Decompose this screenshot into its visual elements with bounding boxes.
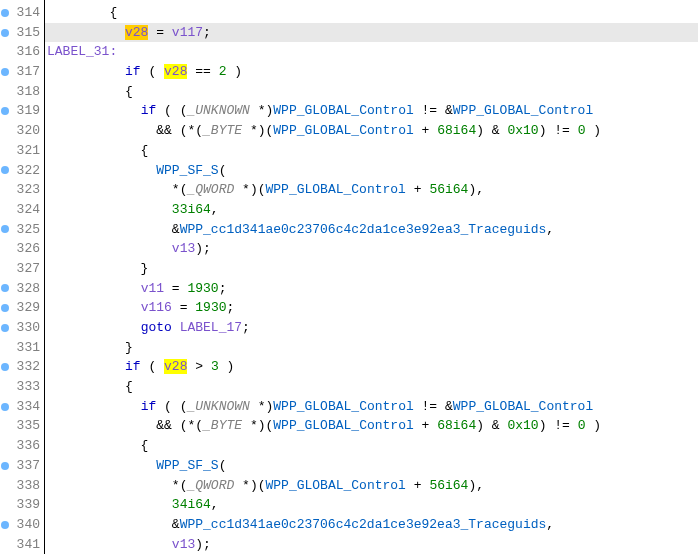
breakpoint-marker[interactable] <box>0 357 10 377</box>
code-line[interactable]: *(_QWORD *)(WPP_GLOBAL_Control + 56i64), <box>45 180 698 200</box>
code-line[interactable]: &WPP_cc1d341ae0c23706c4c2da1ce3e92ea3_Tr… <box>45 220 698 240</box>
breakpoint-marker[interactable] <box>0 456 10 476</box>
breakpoint-marker[interactable] <box>0 397 10 417</box>
code-line[interactable]: { <box>45 141 698 161</box>
code-line[interactable]: v28 = v117; <box>45 23 698 43</box>
line-number[interactable]: 333 <box>10 377 40 397</box>
breakpoint-marker[interactable] <box>0 42 10 62</box>
breakpoint-marker[interactable] <box>0 101 10 121</box>
code-line[interactable]: if ( v28 > 3 ) <box>45 357 698 377</box>
var-v28[interactable]: v28 <box>125 25 148 40</box>
code-line[interactable]: if ( v28 == 2 ) <box>45 62 698 82</box>
breakpoint-marker[interactable] <box>0 436 10 456</box>
line-number[interactable]: 329 <box>10 298 40 318</box>
code-line[interactable]: LABEL_31: <box>45 42 698 62</box>
sym-wgc[interactable]: WPP_GLOBAL_Control <box>273 123 413 138</box>
code-line[interactable]: v13); <box>45 535 698 555</box>
line-number[interactable]: 341 <box>10 535 40 555</box>
code-line[interactable]: { <box>45 436 698 456</box>
breakpoint-marker[interactable] <box>0 200 10 220</box>
sym-wgc[interactable]: WPP_GLOBAL_Control <box>266 182 406 197</box>
breakpoint-marker[interactable] <box>0 141 10 161</box>
line-number[interactable]: 323 <box>10 180 40 200</box>
breakpoint-marker[interactable] <box>0 239 10 259</box>
code-area[interactable]: { v28 = v117; LABEL_31: if ( v28 == 2 ) … <box>45 0 698 554</box>
label-17[interactable]: LABEL_17 <box>180 320 242 335</box>
line-number-gutter[interactable]: 3143153163173183193203213223233243253263… <box>10 0 44 554</box>
line-number[interactable]: 335 <box>10 416 40 436</box>
line-number[interactable]: 317 <box>10 62 40 82</box>
sym-trace[interactable]: WPP_cc1d341ae0c23706c4c2da1ce3e92ea3_Tra… <box>180 222 547 237</box>
line-number[interactable]: 331 <box>10 338 40 358</box>
sym-wsfs[interactable]: WPP_SF_S <box>156 458 218 473</box>
line-number[interactable]: 321 <box>10 141 40 161</box>
code-line[interactable]: { <box>45 3 698 23</box>
breakpoint-marker[interactable] <box>0 338 10 358</box>
code-line[interactable]: } <box>45 259 698 279</box>
line-number[interactable]: 340 <box>10 515 40 535</box>
line-number[interactable]: 320 <box>10 121 40 141</box>
code-line[interactable]: goto LABEL_17; <box>45 318 698 338</box>
breakpoint-marker[interactable] <box>0 535 10 555</box>
code-line[interactable]: { <box>45 82 698 102</box>
line-number[interactable]: 332 <box>10 357 40 377</box>
line-number[interactable]: 334 <box>10 397 40 417</box>
line-number[interactable]: 322 <box>10 161 40 181</box>
line-number[interactable]: 338 <box>10 476 40 496</box>
breakpoint-marker[interactable] <box>0 220 10 240</box>
breakpoint-marker[interactable] <box>0 318 10 338</box>
sym-wgc[interactable]: WPP_GLOBAL_Control <box>273 399 413 414</box>
code-line[interactable]: v13); <box>45 239 698 259</box>
code-line[interactable]: 34i64, <box>45 495 698 515</box>
var-v117[interactable]: v117 <box>172 25 203 40</box>
breakpoint-marker[interactable] <box>0 3 10 23</box>
sym-wgc[interactable]: WPP_GLOBAL_Control <box>266 478 406 493</box>
line-number[interactable]: 316 <box>10 42 40 62</box>
line-number[interactable]: 327 <box>10 259 40 279</box>
sym-wgc[interactable]: WPP_GLOBAL_Control <box>273 418 413 433</box>
code-line[interactable]: { <box>45 377 698 397</box>
breakpoint-marker[interactable] <box>0 495 10 515</box>
var-v28[interactable]: v28 <box>164 64 187 79</box>
code-line[interactable]: && (*(_BYTE *)(WPP_GLOBAL_Control + 68i6… <box>45 121 698 141</box>
code-line[interactable]: WPP_SF_S( <box>45 161 698 181</box>
line-number[interactable]: 337 <box>10 456 40 476</box>
var-v116[interactable]: v116 <box>141 300 172 315</box>
line-number[interactable]: 336 <box>10 436 40 456</box>
breakpoint-marker[interactable] <box>0 23 10 43</box>
breakpoint-marker[interactable] <box>0 161 10 181</box>
breakpoint-marker[interactable] <box>0 180 10 200</box>
line-number[interactable]: 330 <box>10 318 40 338</box>
breakpoint-marker[interactable] <box>0 279 10 299</box>
line-number[interactable]: 326 <box>10 239 40 259</box>
breakpoint-marker[interactable] <box>0 515 10 535</box>
breakpoint-marker[interactable] <box>0 82 10 102</box>
line-number[interactable]: 328 <box>10 279 40 299</box>
line-number[interactable]: 318 <box>10 82 40 102</box>
sym-wgc[interactable]: WPP_GLOBAL_Control <box>273 103 413 118</box>
line-number[interactable]: 339 <box>10 495 40 515</box>
breakpoint-marker[interactable] <box>0 298 10 318</box>
code-line[interactable]: } <box>45 338 698 358</box>
line-number[interactable]: 324 <box>10 200 40 220</box>
sym-wsfs[interactable]: WPP_SF_S <box>156 163 218 178</box>
label-31[interactable]: LABEL_31: <box>47 44 117 59</box>
code-line[interactable]: &WPP_cc1d341ae0c23706c4c2da1ce3e92ea3_Tr… <box>45 515 698 535</box>
code-line[interactable]: *(_QWORD *)(WPP_GLOBAL_Control + 56i64), <box>45 476 698 496</box>
code-line[interactable]: if ( (_UNKNOWN *)WPP_GLOBAL_Control != &… <box>45 397 698 417</box>
sym-wgc[interactable]: WPP_GLOBAL_Control <box>453 399 593 414</box>
breakpoint-marker[interactable] <box>0 121 10 141</box>
code-line[interactable]: v116 = 1930; <box>45 298 698 318</box>
var-v28[interactable]: v28 <box>164 359 187 374</box>
var-v13[interactable]: v13 <box>172 537 195 552</box>
breakpoint-marker[interactable] <box>0 416 10 436</box>
var-v13[interactable]: v13 <box>172 241 195 256</box>
var-v11[interactable]: v11 <box>141 281 164 296</box>
code-line[interactable]: && (*(_BYTE *)(WPP_GLOBAL_Control + 68i6… <box>45 416 698 436</box>
breakpoint-marker[interactable] <box>0 377 10 397</box>
code-line[interactable]: v11 = 1930; <box>45 279 698 299</box>
line-number[interactable]: 325 <box>10 220 40 240</box>
sym-trace[interactable]: WPP_cc1d341ae0c23706c4c2da1ce3e92ea3_Tra… <box>180 517 547 532</box>
breakpoint-marker[interactable] <box>0 62 10 82</box>
code-line[interactable]: WPP_SF_S( <box>45 456 698 476</box>
